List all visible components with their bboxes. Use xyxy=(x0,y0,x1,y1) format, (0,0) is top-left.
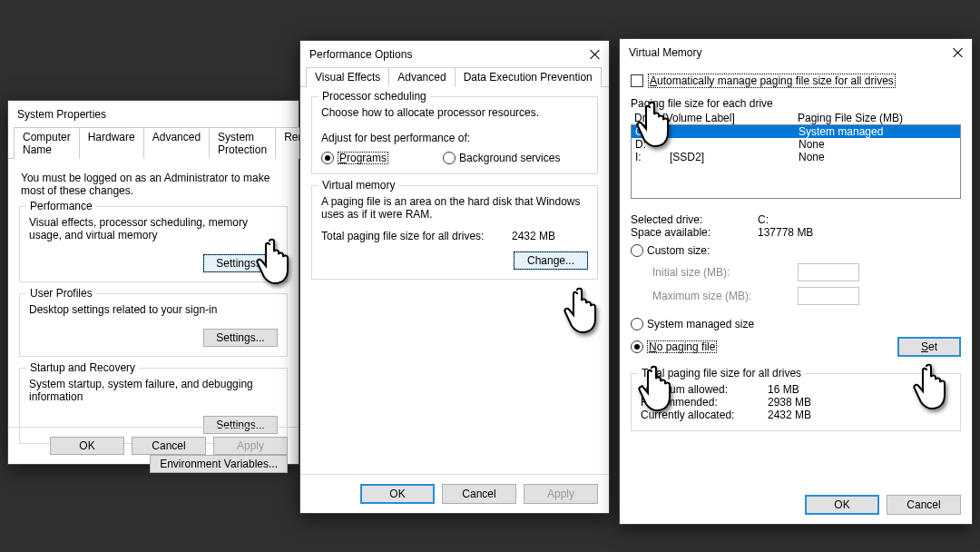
background-services-radio[interactable]: Background services xyxy=(443,152,560,164)
drive-row[interactable]: I:[SSD2]None xyxy=(632,151,960,163)
virtual-memory-window: Virtual Memory Automatically manage pagi… xyxy=(619,38,973,525)
no-paging-file-label: No paging file xyxy=(647,340,717,353)
space-available-row: Space available:137778 MB xyxy=(631,226,961,239)
maximum-size-field[interactable] xyxy=(798,287,859,305)
recommended-value: 2938 MB xyxy=(768,396,811,409)
set-button[interactable]: Set xyxy=(897,337,961,357)
system-managed-radio[interactable]: System managed size xyxy=(631,318,754,330)
tab-hardware[interactable]: Hardware xyxy=(79,127,144,159)
programs-radio-label: Programs xyxy=(338,152,388,164)
close-icon[interactable] xyxy=(589,48,602,61)
performance-options-titlebar: Performance Options xyxy=(300,41,609,66)
auto-manage-label: Automatically manage paging file size fo… xyxy=(648,74,896,88)
tab-system-protection[interactable]: System Protection xyxy=(209,127,276,159)
programs-radio[interactable]: Programs xyxy=(321,152,388,164)
change-button[interactable]: Change... xyxy=(514,251,588,270)
system-properties-apply-button[interactable]: Apply xyxy=(213,437,288,455)
performance-group-title: Performance xyxy=(26,200,96,212)
performance-settings-button[interactable]: Settings... xyxy=(203,254,278,272)
system-properties-ok-button[interactable]: OK xyxy=(50,437,124,455)
minimum-allowed-value: 16 MB xyxy=(768,383,799,396)
user-profiles-desc: Desktop settings related to your sign-in xyxy=(29,303,278,316)
virtual-memory-titlebar: Virtual Memory xyxy=(620,39,972,64)
drive-list-header: Drive [Volume Label] Paging File Size (M… xyxy=(631,112,961,124)
performance-desc: Visual effects, processor scheduling, me… xyxy=(29,216,278,242)
selected-drive-row: Selected drive:C: xyxy=(631,213,961,226)
processor-scheduling-desc: Choose how to allocate processor resourc… xyxy=(321,106,588,119)
system-properties-tabs: Computer NameHardwareAdvancedSystem Prot… xyxy=(8,126,299,159)
startup-recovery-desc: System startup, system failure, and debu… xyxy=(29,378,278,403)
user-profiles-title: User Profiles xyxy=(26,287,96,300)
custom-size-radio[interactable]: Custom size: xyxy=(631,244,710,257)
no-paging-file-radio[interactable]: No paging file xyxy=(631,340,717,353)
virtual-memory-ok-button[interactable]: OK xyxy=(805,495,879,515)
tab-data-execution-prevention[interactable]: Data Execution Prevention xyxy=(455,67,602,87)
performance-options-window: Performance Options Visual EffectsAdvanc… xyxy=(299,40,610,514)
performance-options-tabs: Visual EffectsAdvancedData Execution Pre… xyxy=(300,66,609,87)
initial-size-label: Initial size (MB): xyxy=(631,266,798,279)
adjust-label: Adjust for best performance of: xyxy=(321,132,588,144)
processor-scheduling-title: Processor scheduling xyxy=(318,90,430,103)
system-properties-cancel-button[interactable]: Cancel xyxy=(132,437,206,455)
system-properties-titlebar: System Properties xyxy=(8,101,299,126)
virtual-memory-cancel-button[interactable]: Cancel xyxy=(887,495,961,515)
col-drive-header: Drive [Volume Label] xyxy=(634,112,798,124)
drive-row[interactable]: D:None xyxy=(632,138,960,151)
background-services-label: Background services xyxy=(459,152,560,164)
admin-warning-text: You must be logged on as an Administrato… xyxy=(21,172,286,197)
virtual-memory-desc: A paging file is an area on the hard dis… xyxy=(321,195,588,221)
minimum-allowed-label: Minimum allowed: xyxy=(641,383,768,396)
performance-group: Performance Visual effects, processor sc… xyxy=(19,206,288,282)
totals-group: Total paging file size for all drives Mi… xyxy=(631,373,961,431)
currently-allocated-label: Currently allocated: xyxy=(641,409,768,421)
total-paging-size-value: 2432 MB xyxy=(512,230,555,242)
close-icon[interactable] xyxy=(952,46,965,59)
tab-computer-name[interactable]: Computer Name xyxy=(14,127,80,159)
system-managed-label: System managed size xyxy=(647,318,754,330)
space-available-label: Space available: xyxy=(631,226,758,239)
virtual-memory-title: Virtual memory xyxy=(318,179,398,192)
processor-scheduling-group: Processor scheduling Choose how to alloc… xyxy=(311,96,598,174)
performance-options-cancel-button[interactable]: Cancel xyxy=(442,484,516,504)
space-available-value: 137778 MB xyxy=(758,226,813,239)
system-properties-title: System Properties xyxy=(17,108,106,121)
tab-advanced[interactable]: Advanced xyxy=(388,67,455,87)
tab-visual-effects[interactable]: Visual Effects xyxy=(306,67,389,87)
system-properties-window: System Properties Computer NameHardwareA… xyxy=(7,100,299,465)
user-profiles-group: User Profiles Desktop settings related t… xyxy=(19,293,288,357)
performance-options-ok-button[interactable]: OK xyxy=(360,484,435,504)
selected-drive-value: C: xyxy=(758,213,769,226)
startup-recovery-title: Startup and Recovery xyxy=(26,361,139,374)
virtual-memory-group: Virtual memory A paging file is an area … xyxy=(311,185,598,280)
drive-listbox[interactable]: C:System managedD:NoneI:[SSD2]None xyxy=(631,124,961,199)
paging-each-drive-label: Paging file size for each drive xyxy=(631,97,961,110)
performance-options-title: Performance Options xyxy=(309,48,412,61)
performance-options-apply-button[interactable]: Apply xyxy=(524,484,598,504)
custom-size-label: Custom size: xyxy=(647,244,710,257)
auto-manage-checkbox[interactable]: Automatically manage paging file size fo… xyxy=(631,74,896,88)
user-profiles-settings-button[interactable]: Settings... xyxy=(203,329,278,347)
tab-advanced[interactable]: Advanced xyxy=(143,127,210,159)
recommended-label: Recommended: xyxy=(641,396,768,409)
initial-size-field[interactable] xyxy=(798,263,859,281)
selected-drive-label: Selected drive: xyxy=(631,213,758,226)
drive-row[interactable]: C:System managed xyxy=(632,125,960,138)
maximum-size-label: Maximum size (MB): xyxy=(631,290,798,302)
totals-title: Total paging file size for all drives xyxy=(638,367,805,380)
total-paging-size-label: Total paging file size for all drives: xyxy=(321,230,512,242)
col-size-header: Paging File Size (MB) xyxy=(798,112,957,124)
virtual-memory-window-title: Virtual Memory xyxy=(629,46,701,59)
currently-allocated-value: 2432 MB xyxy=(768,409,811,421)
